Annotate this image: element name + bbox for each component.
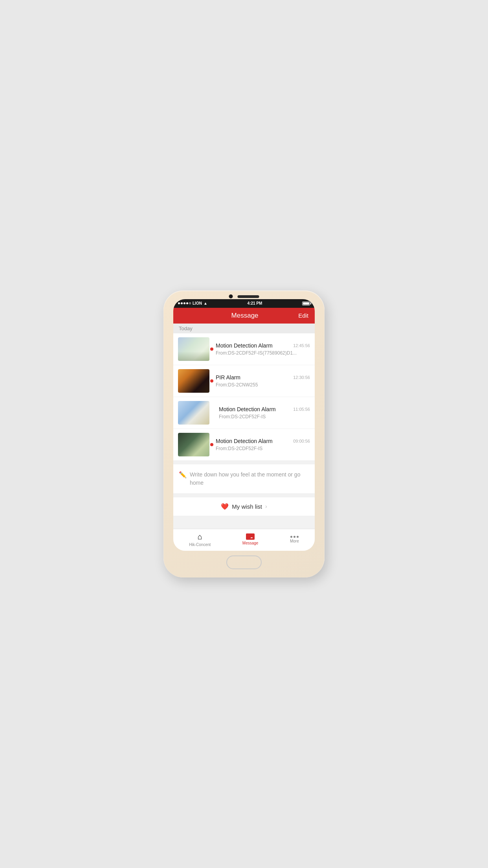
- signal-dot-4: [186, 302, 188, 304]
- message-content-3: Motion Detection Alarm 11:05:56 From:DS-…: [219, 406, 310, 419]
- nav-item-more[interactable]: More: [290, 536, 299, 543]
- home-button[interactable]: [226, 555, 262, 569]
- nav-item-hik[interactable]: ⌂ Hik-Concent: [189, 532, 211, 547]
- status-right: [302, 302, 310, 305]
- dot-1: [290, 536, 292, 538]
- message-from-1: From:DS-2CDF52F-IS(77589062)D1...: [216, 350, 310, 356]
- message-content-2: PIR Alarm 12:30:56 From:DS-2CNW255: [216, 374, 310, 388]
- message-time-1: 12:45:56: [293, 343, 310, 348]
- message-top-2: PIR Alarm 12:30:56: [216, 374, 310, 381]
- camera: [229, 294, 233, 298]
- message-thumb-3: [178, 401, 209, 425]
- nav-label-more: More: [290, 539, 299, 543]
- message-title-4: Motion Detection Alarm: [216, 438, 273, 444]
- header-title: Message: [191, 312, 298, 320]
- status-left: LION ▲: [178, 301, 207, 305]
- unread-dot-1: [210, 348, 213, 351]
- message-content-4: Motion Detection Alarm 09:00:56 From:DS-…: [216, 438, 310, 451]
- speaker: [238, 295, 259, 298]
- wish-list-label: My wish list: [232, 503, 262, 510]
- home-icon: ⌂: [198, 532, 202, 541]
- message-title-3: Motion Detection Alarm: [219, 406, 276, 412]
- nav-label-hik: Hik-Concent: [189, 542, 211, 547]
- message-item[interactable]: Motion Detection Alarm 12:45:56 From:DS-…: [173, 333, 315, 365]
- battery-fill: [303, 302, 309, 305]
- message-time-4: 09:00:56: [293, 439, 310, 443]
- write-note-area[interactable]: ✏️ Write down how you feel at the moment…: [173, 464, 315, 494]
- message-content-1: Motion Detection Alarm 12:45:56 From:DS-…: [216, 342, 310, 356]
- message-icon: [246, 533, 255, 540]
- phone-frame: LION ▲ 4:21 PM Message Edit Today: [163, 291, 325, 577]
- message-item[interactable]: Motion Detection Alarm 11:05:56 From:DS-…: [173, 397, 315, 429]
- signal-dot-3: [183, 302, 185, 304]
- dot-2: [294, 536, 295, 538]
- nav-item-message[interactable]: Message: [242, 533, 259, 545]
- write-note-text: Write down how you feel at the moment or…: [190, 471, 309, 487]
- message-title-1: Motion Detection Alarm: [216, 342, 273, 349]
- signal-dot-5: [189, 302, 191, 304]
- message-from-2: From:DS-2CNW255: [216, 382, 310, 388]
- content-area: Today Motion Detection Alarm 12:45:56 Fr…: [173, 324, 315, 529]
- unread-dot-4: [210, 443, 213, 446]
- signal-dot-2: [181, 302, 183, 304]
- time-display: 4:21 PM: [248, 301, 262, 305]
- message-thumb-2: [178, 369, 209, 393]
- phone-top-notch: [229, 294, 259, 298]
- status-bar: LION ▲ 4:21 PM: [173, 299, 315, 308]
- battery-icon: [302, 302, 310, 305]
- message-time-2: 12:30:56: [293, 375, 310, 380]
- section-today: Today: [173, 324, 315, 333]
- message-top-4: Motion Detection Alarm 09:00:56: [216, 438, 310, 444]
- unread-dot-2: [210, 379, 213, 383]
- bottom-nav: ⌂ Hik-Concent Message More: [173, 529, 315, 551]
- message-top-3: Motion Detection Alarm 11:05:56: [219, 406, 310, 412]
- carrier-label: LION: [193, 301, 202, 305]
- phone-screen: LION ▲ 4:21 PM Message Edit Today: [173, 299, 315, 551]
- heart-icon: ❤️: [221, 503, 229, 510]
- signal-dot-1: [178, 302, 180, 304]
- message-from-4: From:DS-2CDF52F-IS: [216, 446, 310, 451]
- app-header: Message Edit: [173, 308, 315, 324]
- dot-3: [297, 536, 299, 538]
- pencil-icon: ✏️: [179, 471, 187, 478]
- message-top-1: Motion Detection Alarm 12:45:56: [216, 342, 310, 349]
- message-time-3: 11:05:56: [293, 407, 310, 412]
- message-title-2: PIR Alarm: [216, 374, 240, 381]
- more-dots-icon: [290, 536, 299, 538]
- message-list: Motion Detection Alarm 12:45:56 From:DS-…: [173, 333, 315, 461]
- wish-list-row[interactable]: ❤️ My wish list ›: [173, 497, 315, 516]
- signal-dots: [178, 302, 191, 304]
- wifi-icon: ▲: [204, 301, 207, 305]
- message-from-3: From:DS-2CDF52F-IS: [219, 414, 310, 419]
- chevron-right-icon: ›: [265, 503, 267, 509]
- message-item[interactable]: Motion Detection Alarm 09:00:56 From:DS-…: [173, 429, 315, 461]
- message-thumb-4: [178, 433, 209, 456]
- message-item[interactable]: PIR Alarm 12:30:56 From:DS-2CNW255: [173, 365, 315, 397]
- message-thumb-1: [178, 337, 209, 361]
- edit-button[interactable]: Edit: [298, 312, 308, 319]
